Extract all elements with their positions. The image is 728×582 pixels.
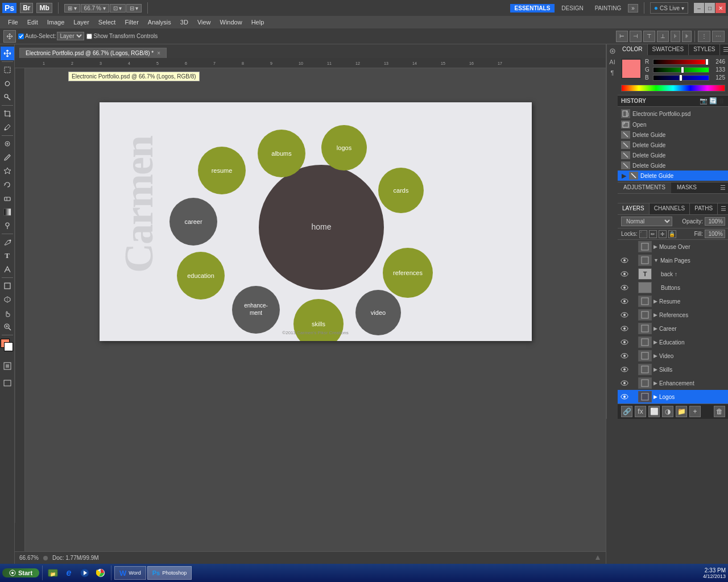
image-mode-btn[interactable]: ⊞ ▾ [64,4,80,13]
blend-mode-select[interactable]: Normal [621,217,672,226]
start-button[interactable]: Start [2,568,39,577]
align-left-btn[interactable]: ⊢ [616,31,628,42]
quick-select-tool[interactable] [1,90,14,104]
layers-body[interactable]: ▶ Mouse Over ▼ [618,240,728,404]
screen-mode-btn[interactable]: ⊡ ▾ [110,4,126,13]
menu-image[interactable]: Image [43,18,69,27]
right-tool-para[interactable]: ¶ [608,68,617,77]
workspace-essentials[interactable]: ESSENTIALS [510,4,555,13]
layer-education[interactable]: ▶ Education [618,335,728,349]
menu-help[interactable]: Help [247,18,269,27]
taskbar-ie-icon[interactable]: e [61,566,76,580]
align-bottom-btn[interactable]: ⊧ [682,31,692,42]
background-color[interactable] [4,342,13,351]
layer-career[interactable]: ▶ Career [618,322,728,335]
lock-transparent-btn[interactable]: ⬛ [639,230,647,238]
channels-tab[interactable]: CHANNELS [650,203,690,214]
fill-input[interactable] [705,230,725,238]
layer-vis-5[interactable] [620,310,629,319]
layer-arrow-10[interactable]: ▶ [653,380,657,386]
pen-tool[interactable] [1,235,14,249]
zoom-tool[interactable] [1,320,14,334]
layer-vis-6[interactable] [620,324,629,333]
right-tool-1[interactable] [608,47,617,56]
history-delete-icon[interactable]: 🗑 [719,97,725,105]
layer-arrow-1[interactable]: ▼ [653,257,659,263]
eraser-tool[interactable] [1,192,14,205]
more-workspaces-btn[interactable]: » [628,4,638,13]
br-logo[interactable]: Br [20,3,33,13]
layers-panel-menu[interactable]: ☰ [718,203,728,214]
menu-edit[interactable]: Edit [23,18,43,27]
distribute-v-btn[interactable]: ⋯ [712,31,725,42]
color-tab[interactable]: COLOR [618,44,648,55]
layer-main-pages[interactable]: ▼ Main Pages [618,253,728,267]
history-item-3[interactable]: Delete Guide [618,150,728,160]
menu-select[interactable]: Select [94,18,121,27]
paths-tab[interactable]: PATHS [690,203,718,214]
auto-select-type[interactable]: Layer [57,32,84,40]
opacity-input[interactable] [705,217,725,226]
extras-btn[interactable]: ⊟ ▾ [126,4,142,13]
layer-vis-9[interactable] [620,365,629,374]
layer-arrow-4[interactable]: ▶ [653,298,657,304]
color-swatches[interactable] [1,339,14,356]
styles-tab[interactable]: STYLES [689,44,720,55]
layer-references[interactable]: ▶ References [618,308,728,322]
auto-select-check[interactable]: Auto-Select: Layer [18,32,84,40]
taskbar-app-photoshop[interactable]: Ps Photoshop [147,566,192,580]
menu-view[interactable]: View [193,18,216,27]
layer-arrow-9[interactable]: ▶ [653,367,657,372]
zoom-btn[interactable]: 66.7% ▾ [81,4,109,13]
layer-vis-4[interactable] [620,297,629,306]
spectrum-bar[interactable] [621,85,725,92]
layer-skills[interactable]: ▶ Skills [618,363,728,376]
hand-tool[interactable] [1,306,14,320]
g-slider[interactable] [653,67,709,73]
gradient-tool[interactable] [1,205,14,219]
shape-tool[interactable] [1,279,14,293]
clone-tool[interactable] [1,164,14,178]
layer-back[interactable]: T back ↑ [618,267,728,281]
color-swatch-main[interactable] [621,59,642,79]
canvas-scroll[interactable]: Carmen home albums [25,68,606,551]
dodge-tool[interactable] [1,219,14,232]
menu-3d[interactable]: 3D [176,18,193,27]
taskbar-chrome-icon[interactable] [93,566,108,580]
lock-all-btn[interactable]: 🔒 [668,230,676,238]
layer-enhancement[interactable]: ▶ Enhancement [618,376,728,390]
minimize-btn[interactable]: – [694,3,704,13]
history-snapshot-icon[interactable]: 📷 [700,97,708,105]
layer-video[interactable]: ▶ Video [618,349,728,363]
close-btn[interactable]: ✕ [715,3,726,13]
layer-new-btn[interactable]: + [689,406,701,417]
layer-vis-0[interactable] [620,242,629,251]
layer-vis-10[interactable] [620,379,629,388]
brush-tool[interactable] [1,151,14,164]
history-item-1[interactable]: Delete Guide [618,130,728,140]
taskbar-app-word[interactable]: W Word [114,566,146,580]
crop-tool[interactable] [1,107,14,120]
move-tool-options[interactable] [3,30,16,43]
layer-arrow-11[interactable]: ▶ [653,394,657,400]
history-item-2[interactable]: Delete Guide [618,140,728,150]
menu-analysis[interactable]: Analysis [143,18,176,27]
layer-adj-btn[interactable]: ◑ [662,406,673,417]
workspace-painting[interactable]: PAINTING [590,4,626,13]
align-center-v-btn[interactable]: ⊦ [671,31,680,42]
workspace-design[interactable]: DESIGN [557,4,588,13]
adjustments-tab[interactable]: ADJUSTMENTS [618,182,671,193]
layer-mouse-over[interactable]: ▶ Mouse Over [618,240,728,253]
layer-arrow-8[interactable]: ▶ [653,353,657,359]
move-tool[interactable] [1,47,14,60]
color-panel-menu[interactable]: ☰ [720,44,728,55]
history-brush-tool[interactable] [1,178,14,192]
transform-controls-check[interactable]: Show Transform Controls [86,33,158,39]
layer-vis-11[interactable] [620,392,629,401]
swatches-tab[interactable]: SWATCHES [648,44,689,55]
layer-vis-8[interactable] [620,351,629,360]
layer-vis-7[interactable] [620,338,629,347]
heal-tool[interactable] [1,137,14,151]
history-item-open[interactable]: Open [618,119,728,130]
menu-file[interactable]: File [3,18,23,27]
